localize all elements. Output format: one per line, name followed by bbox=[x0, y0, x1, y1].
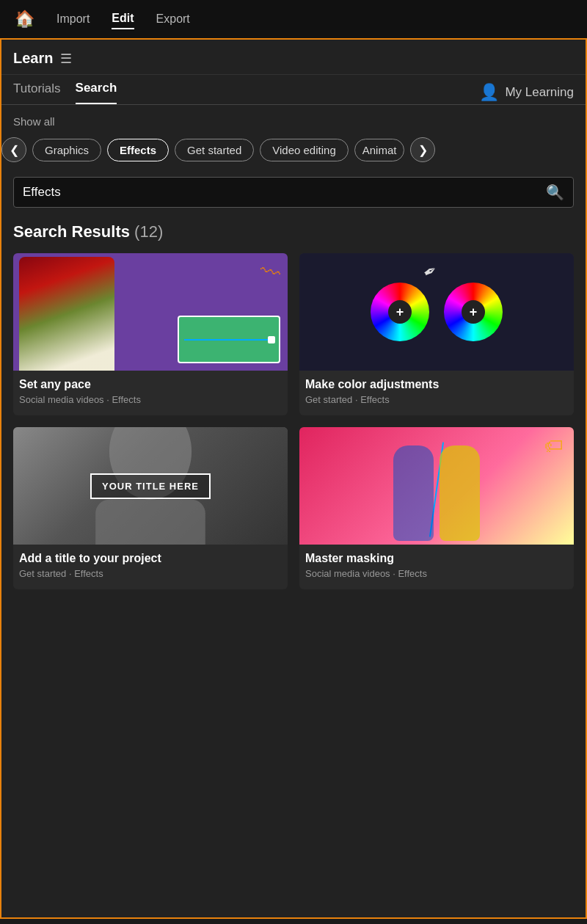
menu-icon[interactable]: ☰ bbox=[60, 51, 72, 67]
card-add-title[interactable]: YOUR TITLE HERE Add a title to your proj… bbox=[13, 427, 288, 589]
user-icon: 👤 bbox=[479, 83, 499, 102]
green-screen-box bbox=[178, 316, 280, 363]
eyedropper-icon: ✒ bbox=[420, 260, 441, 283]
card-title-2: Make color adjustments bbox=[305, 378, 568, 391]
card-meta-3: Get started · Effects bbox=[19, 568, 282, 579]
card-color-adjustments[interactable]: ✒ + + Make color adjustments Get started… bbox=[299, 253, 574, 415]
color-wheels: ✒ + + bbox=[371, 283, 503, 341]
thumb-gray: YOUR TITLE HERE bbox=[13, 427, 288, 545]
search-bar[interactable]: Effects 🔍 bbox=[13, 177, 574, 208]
left-wheel-center: + bbox=[388, 300, 412, 324]
my-learning-label: My Learning bbox=[505, 85, 574, 100]
learn-panel: Learn ☰ Tutorials Search 👤 My Learning S… bbox=[0, 38, 587, 919]
learn-header: Learn ☰ bbox=[1, 40, 586, 75]
thumb-purple: 〰 bbox=[13, 253, 288, 371]
top-navigation: 🏠 Import Edit Export bbox=[0, 0, 587, 38]
card-thumb-1: 〰 bbox=[13, 253, 288, 371]
card-set-any-pace[interactable]: 〰 Set any pace Social media videos · Eff… bbox=[13, 253, 288, 415]
home-icon[interactable]: 🏠 bbox=[15, 10, 34, 29]
results-heading: Search Results (12) bbox=[1, 219, 586, 253]
nav-import[interactable]: Import bbox=[56, 10, 90, 29]
card-info-2: Make color adjustments Get started · Eff… bbox=[299, 371, 574, 415]
card-meta-4: Social media videos · Effects bbox=[305, 568, 568, 579]
chip-get-started[interactable]: Get started bbox=[175, 139, 254, 161]
nav-export[interactable]: Export bbox=[156, 10, 190, 29]
card-meta-1: Social media videos · Effects bbox=[19, 394, 282, 405]
chip-video-editing[interactable]: Video editing bbox=[260, 139, 348, 161]
card-master-masking[interactable]: 🏷 Master masking Social media videos · E… bbox=[299, 427, 574, 589]
chip-animat[interactable]: Animat bbox=[354, 139, 405, 161]
my-learning-button[interactable]: 👤 My Learning bbox=[479, 83, 574, 102]
chevron-right-icon: ❯ bbox=[418, 143, 428, 157]
learn-title: Learn bbox=[13, 50, 53, 67]
person-shape-yellow bbox=[440, 445, 480, 541]
right-color-wheel: + bbox=[444, 283, 503, 341]
chip-effects[interactable]: Effects bbox=[107, 139, 169, 161]
card-title-1: Set any pace bbox=[19, 378, 282, 391]
card-info-3: Add a title to your project Get started … bbox=[13, 545, 288, 589]
show-all-label: Show all bbox=[13, 115, 55, 128]
card-title-4: Master masking bbox=[305, 552, 568, 565]
thumb-dark: ✒ + + bbox=[299, 253, 574, 371]
show-all-row: Show all bbox=[1, 105, 586, 134]
right-wheel-center: + bbox=[462, 300, 485, 324]
search-input-value: Effects bbox=[23, 185, 546, 200]
prev-arrow-button[interactable]: ❮ bbox=[1, 137, 26, 162]
card-meta-2: Get started · Effects bbox=[305, 394, 568, 405]
card-info-1: Set any pace Social media videos · Effec… bbox=[13, 371, 288, 415]
results-title: Search Results bbox=[13, 222, 130, 241]
left-color-wheel: + bbox=[371, 283, 429, 341]
masking-icon: 🏷 bbox=[544, 434, 564, 457]
card-thumb-3: YOUR TITLE HERE bbox=[13, 427, 288, 545]
card-thumb-4: 🏷 bbox=[299, 427, 574, 545]
person-shape-blue bbox=[393, 445, 434, 541]
card-info-4: Master masking Social media videos · Eff… bbox=[299, 545, 574, 589]
card-thumb-2: ✒ + + bbox=[299, 253, 574, 371]
results-count: (12) bbox=[134, 222, 163, 241]
squiggle-icon: 〰 bbox=[257, 258, 283, 287]
title-box-wrapper: YOUR TITLE HERE bbox=[90, 473, 211, 499]
nav-edit[interactable]: Edit bbox=[112, 9, 134, 29]
tab-search[interactable]: Search bbox=[76, 81, 117, 104]
filter-chips: ❮ Graphics Effects Get started Video edi… bbox=[1, 134, 586, 171]
title-box: YOUR TITLE HERE bbox=[90, 473, 211, 499]
left-wheel-wrapper: ✒ + bbox=[371, 283, 429, 341]
chip-graphics[interactable]: Graphics bbox=[32, 139, 101, 161]
tabs-row: Tutorials Search 👤 My Learning bbox=[1, 75, 586, 105]
person-figure bbox=[19, 257, 114, 371]
card-title-3: Add a title to your project bbox=[19, 552, 282, 565]
cards-grid: 〰 Set any pace Social media videos · Eff… bbox=[1, 253, 586, 604]
tab-tutorials[interactable]: Tutorials bbox=[13, 81, 61, 103]
masking-bg: 🏷 bbox=[299, 427, 574, 545]
search-icon[interactable]: 🔍 bbox=[546, 183, 564, 201]
next-arrow-button[interactable]: ❯ bbox=[410, 137, 435, 162]
chevron-left-icon: ❮ bbox=[10, 143, 19, 157]
